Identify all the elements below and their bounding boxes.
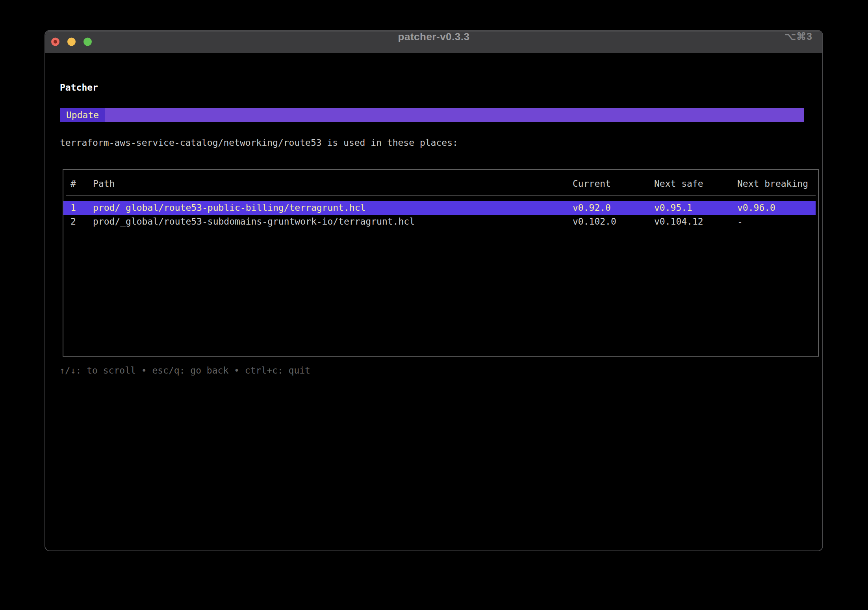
- col-header-next-safe: Next safe: [654, 177, 703, 191]
- col-header-next-breaking: Next breaking: [737, 177, 808, 191]
- table-row[interactable]: 2 prod/_global/route53-subdomains-gruntw…: [63, 215, 818, 229]
- terminal-window: patcher-v0.3.3 ⌥⌘3 Patcher Update terraf…: [45, 30, 823, 551]
- row-next-breaking-version: v0.96.0: [737, 201, 775, 215]
- row-current-version: v0.102.0: [573, 215, 616, 229]
- keybind-help: ↑/↓: to scroll • esc/q: go back • ctrl+c…: [59, 364, 310, 377]
- terminal-content: Patcher Update terraform-aws-service-cat…: [45, 53, 822, 550]
- row-index: 2: [70, 215, 76, 229]
- close-button[interactable]: [51, 38, 59, 46]
- header-separator: [66, 195, 816, 196]
- row-index: 1: [70, 201, 76, 215]
- tab-bar: Update: [60, 108, 804, 122]
- unsaved-indicator-icon: [54, 40, 57, 44]
- window-title: patcher-v0.3.3: [45, 31, 822, 43]
- row-next-safe-version: v0.104.12: [654, 215, 703, 229]
- app-heading: Patcher: [60, 81, 98, 94]
- table-row-selected[interactable]: 1 prod/_global/route53-public-billing/te…: [63, 201, 816, 215]
- tab-update[interactable]: Update: [60, 108, 105, 122]
- row-path: prod/_global/route53-public-billing/terr…: [93, 201, 365, 215]
- row-current-version: v0.92.0: [573, 201, 611, 215]
- table-header-row: # Path Current Next safe Next breaking: [63, 177, 818, 191]
- col-header-path: Path: [93, 177, 115, 191]
- traffic-lights: [51, 38, 92, 46]
- window-shortcut-hint: ⌥⌘3: [785, 31, 812, 42]
- fullscreen-button[interactable]: [83, 38, 92, 46]
- row-path: prod/_global/route53-subdomains-gruntwor…: [93, 215, 415, 229]
- col-header-index: #: [70, 177, 76, 191]
- col-header-current: Current: [573, 177, 611, 191]
- usage-table: # Path Current Next safe Next breaking 1…: [63, 169, 819, 357]
- row-next-safe-version: v0.95.1: [654, 201, 692, 215]
- window-titlebar[interactable]: patcher-v0.3.3 ⌥⌘3: [45, 31, 822, 53]
- row-next-breaking-version: -: [737, 215, 743, 229]
- minimize-button[interactable]: [67, 38, 76, 46]
- usage-description: terraform-aws-service-catalog/networking…: [60, 136, 458, 149]
